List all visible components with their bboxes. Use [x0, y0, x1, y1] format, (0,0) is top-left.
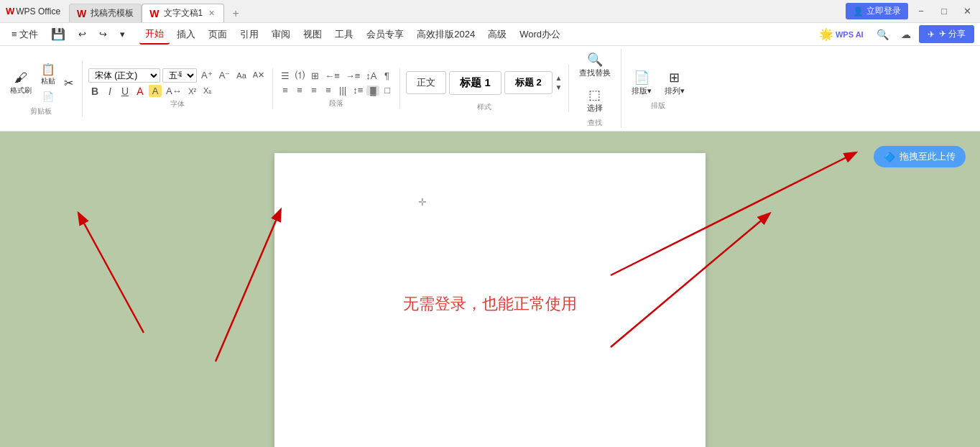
style-heading1-button[interactable]: 标题 1: [449, 71, 501, 95]
layout-icon: 📄: [634, 70, 650, 86]
svg-line-2: [216, 211, 280, 361]
paste-label: 粘贴: [41, 76, 55, 86]
layout-label: 排版▾: [632, 86, 652, 96]
format-brush-label: 格式刷: [10, 86, 32, 96]
shading-button[interactable]: ▓: [366, 86, 379, 96]
menu-tools[interactable]: 工具: [329, 25, 359, 44]
paragraph-label: 段落: [329, 98, 343, 109]
italic-button[interactable]: I: [103, 85, 116, 98]
line-spacing-button[interactable]: ↕≡: [351, 84, 365, 96]
toolbar-arrange-section: 📄 排版▾ ⊞ 排列▾ 排版: [627, 67, 695, 111]
decrease-indent-button[interactable]: ←≡: [323, 70, 342, 82]
align-left-button[interactable]: ≡: [279, 84, 292, 96]
numbered-list-button[interactable]: ⑴: [293, 68, 307, 83]
menu-review[interactable]: 审阅: [266, 25, 296, 44]
clear-format-button[interactable]: A✕: [251, 70, 267, 80]
menu-page[interactable]: 页面: [203, 25, 233, 44]
font-size-down-button[interactable]: A⁻: [217, 69, 233, 81]
share-button[interactable]: ✈ ✈ 分享: [919, 25, 974, 43]
doc-main-text: 无需登录，也能正常使用: [403, 293, 577, 315]
font-row-2: B I U A A A↔ X² X₂: [88, 85, 267, 98]
menu-vip[interactable]: 会员专享: [361, 25, 410, 44]
increase-indent-button[interactable]: →≡: [343, 70, 363, 82]
tab-templates-icon: W: [77, 8, 86, 19]
share-icon: ✈: [928, 29, 935, 40]
menu-wordoffice[interactable]: Word办公: [514, 25, 566, 44]
multilevel-list-button[interactable]: ⊞: [308, 70, 321, 82]
user-icon: 👤: [853, 6, 864, 17]
styles-up-icon: ▲: [555, 74, 563, 82]
copy-button[interactable]: 📄: [38, 89, 58, 105]
menu-save[interactable]: 💾: [45, 24, 71, 44]
subscript-button[interactable]: X₂: [201, 86, 214, 96]
tab-templates-label: 找稿壳模板: [91, 7, 134, 19]
select-button[interactable]: ⬚ 选择: [583, 84, 607, 116]
menu-undo[interactable]: ↩: [73, 26, 92, 42]
justify-button[interactable]: ≡: [322, 84, 335, 96]
menu-file[interactable]: ≡ 文件: [6, 25, 44, 44]
font-family-select[interactable]: 宋体 (正文): [88, 68, 160, 83]
toolbar-paragraph-section: ☰ ⑴ ⊞ ←≡ →≡ ↕A ¶ ≡ ≡ ≡ ≡ ||| ↕≡ ▓ □ 段落: [279, 68, 400, 109]
style-normal-button[interactable]: 正文: [406, 71, 446, 94]
menu-view[interactable]: 视图: [297, 25, 328, 44]
menu-home[interactable]: 开始: [139, 24, 170, 45]
paragraph-row-1: ☰ ⑴ ⊞ ←≡ →≡ ↕A ¶: [279, 68, 394, 83]
paragraph-row-2: ≡ ≡ ≡ ≡ ||| ↕≡ ▓ □: [279, 84, 394, 96]
clipboard-label: 剪贴板: [30, 106, 52, 116]
upload-icon: 🔷: [884, 152, 895, 162]
bullet-list-button[interactable]: ☰: [279, 70, 292, 82]
font-color-button[interactable]: A: [134, 85, 147, 98]
char-spacing-button[interactable]: A↔: [164, 85, 184, 97]
svg-line-1: [79, 214, 144, 333]
paste-button[interactable]: 📋 粘贴: [38, 61, 58, 88]
highlight-button[interactable]: A: [149, 85, 162, 97]
menu-history[interactable]: ▾: [114, 26, 131, 42]
align-center-button[interactable]: ≡: [293, 84, 306, 96]
find-replace-button[interactable]: 🔍 查找替换: [575, 49, 615, 81]
menu-insert[interactable]: 插入: [171, 25, 201, 44]
close-button[interactable]: ✕: [957, 3, 977, 20]
show-marks-button[interactable]: ¶: [381, 70, 394, 82]
align-right-button[interactable]: ≡: [308, 84, 320, 96]
arrange-tools: 📄 排版▾ ⊞ 排列▾: [627, 67, 689, 99]
minimize-button[interactable]: −: [911, 3, 931, 20]
tab-templates[interactable]: W 找稿壳模板: [69, 4, 142, 22]
cloud-button[interactable]: ☁: [897, 26, 915, 43]
maximize-button[interactable]: □: [934, 3, 954, 20]
menu-layout2024[interactable]: 高效排版2024: [411, 25, 481, 44]
bold-button[interactable]: B: [88, 85, 101, 98]
underline-button[interactable]: U: [119, 85, 131, 98]
toolbar-find-section: 🔍 查找替换 ⬚ 选择 查找: [575, 49, 621, 128]
font-size-up-button[interactable]: A⁺: [199, 69, 215, 81]
login-button[interactable]: 👤 立即登录: [846, 3, 908, 19]
change-case-button[interactable]: Aa: [234, 70, 248, 80]
select-icon: ⬚: [588, 87, 601, 103]
style-heading2-button[interactable]: 标题 2: [504, 71, 553, 94]
tab-doc1[interactable]: W 文字文稿1 ✕: [142, 4, 224, 22]
menu-advanced[interactable]: 高级: [482, 25, 512, 44]
add-tab-button[interactable]: +: [227, 5, 244, 22]
upload-button[interactable]: 🔷 拖拽至此上传: [874, 146, 966, 167]
search-button[interactable]: 🔍: [872, 27, 893, 42]
wps-ai-label: WPS AI: [836, 30, 864, 39]
styles-more-button[interactable]: ▲ ▼: [555, 65, 563, 101]
menu-ref[interactable]: 引用: [234, 25, 264, 44]
arrange-label: 排版: [651, 101, 665, 111]
menu-redo[interactable]: ↪: [93, 26, 113, 42]
document: ✛ 无需登录，也能正常使用: [274, 153, 706, 447]
sort-arrange-label: 排列▾: [665, 86, 685, 96]
font-controls: 宋体 (正文) 五号 A⁺ A⁻ Aa A✕ B I U A A A↔ X² X…: [88, 68, 267, 98]
sort-arrange-button[interactable]: ⊞ 排列▾: [660, 67, 689, 99]
wps-ai-button[interactable]: 🌟 WPS AI: [815, 25, 868, 43]
border-button[interactable]: □: [381, 84, 394, 96]
cut-button[interactable]: ✂: [60, 75, 76, 91]
find-tools: 🔍 查找替换 ⬚ 选择: [575, 49, 615, 116]
tab-doc1-close[interactable]: ✕: [207, 8, 216, 19]
sort-button[interactable]: ↕A: [364, 70, 379, 82]
font-size-select[interactable]: 五号: [162, 68, 197, 83]
format-brush-button[interactable]: 🖌 格式刷: [6, 68, 36, 98]
columns-button[interactable]: |||: [336, 84, 349, 96]
layout-button[interactable]: 📄 排版▾: [627, 67, 656, 99]
superscript-button[interactable]: X²: [186, 86, 199, 96]
find-replace-label: 查找替换: [579, 68, 611, 78]
